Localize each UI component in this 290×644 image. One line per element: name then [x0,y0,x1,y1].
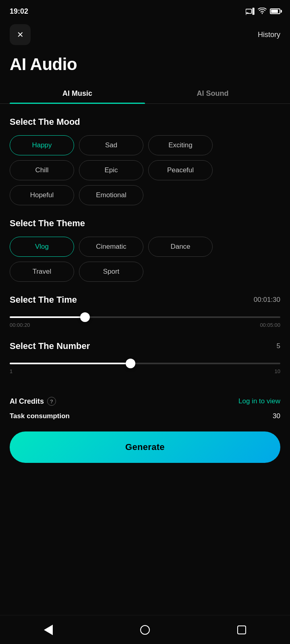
time-current-value: 00:01:30 [254,296,280,304]
mood-chips-grid: Happy Sad Exciting Chill Epic Peaceful H… [10,135,280,205]
number-slider[interactable] [10,363,280,364]
nav-home-button[interactable] [139,623,151,636]
time-section-title: Select The Time [10,295,77,305]
number-current-value: 5 [277,342,280,350]
theme-chip-cinematic[interactable]: Cinematic [79,237,143,257]
credits-section: AI Credits ? Log in to view Task consump… [0,397,290,420]
mood-chip-epic[interactable]: Epic [79,160,143,180]
status-icons [246,8,280,15]
close-button[interactable]: ✕ [10,24,31,45]
mood-chip-hopeful[interactable]: Hopeful [10,185,74,205]
mood-section: Select The Mood Happy Sad Exciting Chill… [0,117,290,205]
tab-ai-sound[interactable]: AI Sound [145,84,280,103]
nav-back-button[interactable] [42,623,55,636]
theme-chip-vlog[interactable]: Vlog [10,237,74,257]
number-slider-header: Select The Number 5 [10,341,280,351]
generate-button[interactable]: Generate [10,431,280,463]
battery-icon [270,8,280,14]
recent-icon [237,625,246,634]
back-icon [44,625,53,635]
mood-chip-exciting[interactable]: Exciting [148,135,213,155]
tabs-container: AI Music AI Sound [0,84,290,104]
number-section: Select The Number 5 1 10 [0,341,290,374]
bottom-nav [0,615,290,644]
theme-chip-dance[interactable]: Dance [148,237,213,257]
number-max-value: 10 [275,368,280,374]
time-max-value: 00:05:00 [260,322,280,328]
number-min-value: 1 [10,368,12,374]
page-title: AI Audio [0,52,290,84]
theme-chip-travel[interactable]: Travel [10,262,74,282]
mood-section-title: Select The Mood [10,117,280,127]
history-button[interactable]: History [258,31,280,39]
theme-section: Select The Theme Vlog Cinematic Dance Tr… [0,218,290,282]
svg-rect-2 [252,8,254,15]
mood-chip-happy[interactable]: Happy [10,135,74,155]
theme-chip-sport[interactable]: Sport [79,262,143,282]
top-nav: ✕ History [0,21,290,52]
status-time: 19:02 [10,7,28,16]
time-min-value: 00:00:20 [10,322,30,328]
consumption-value: 30 [273,412,280,420]
number-slider-limits: 1 10 [10,368,280,374]
mood-chip-emotional[interactable]: Emotional [79,185,143,205]
credits-text: AI Credits [10,397,44,406]
svg-point-1 [246,14,246,15]
mood-chip-chill[interactable]: Chill [10,160,74,180]
time-slider-header: Select The Time 00:01:30 [10,295,280,305]
theme-section-title: Select The Theme [10,218,280,229]
close-icon: ✕ [17,30,24,39]
login-link[interactable]: Log in to view [238,397,280,405]
time-slider[interactable] [10,316,280,318]
number-section-title: Select The Number [10,341,90,351]
info-icon[interactable]: ? [47,397,56,406]
cast-icon [246,8,255,15]
mood-chip-peaceful[interactable]: Peaceful [148,160,213,180]
tab-ai-music[interactable]: AI Music [10,84,145,103]
mood-chip-sad[interactable]: Sad [79,135,143,155]
consumption-row: Task consumption 30 [10,412,280,420]
consumption-label: Task consumption [10,412,70,420]
status-bar: 19:02 [0,0,290,21]
time-section: Select The Time 00:01:30 00:00:20 00:05:… [0,295,290,328]
home-icon [140,625,150,635]
credits-row: AI Credits ? Log in to view [10,397,280,406]
theme-chips-grid: Vlog Cinematic Dance Travel Sport [10,237,280,282]
nav-recent-button[interactable] [235,623,248,636]
time-slider-limits: 00:00:20 00:05:00 [10,322,280,328]
generate-section: Generate [0,423,290,476]
credits-label: AI Credits ? [10,397,56,406]
wifi-icon [258,8,267,15]
